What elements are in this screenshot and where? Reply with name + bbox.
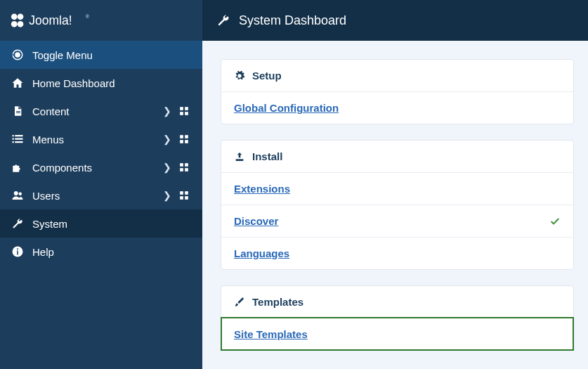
svg-rect-38 <box>236 159 244 161</box>
card-header: Templates <box>221 286 573 318</box>
svg-rect-28 <box>185 168 188 171</box>
gear-icon <box>234 70 245 82</box>
svg-point-0 <box>11 13 18 20</box>
svg-rect-31 <box>180 191 183 195</box>
card-title: Templates <box>252 296 303 308</box>
main: System Dashboard Setup Global Configurat… <box>202 0 588 369</box>
sidebar-item-label: Content <box>32 105 159 117</box>
toggle-icon <box>10 48 25 61</box>
sidebar-item-label: Users <box>32 190 159 202</box>
svg-rect-11 <box>180 107 183 110</box>
svg-rect-12 <box>185 107 188 110</box>
chevron-right-icon: ❯ <box>159 190 176 201</box>
card-title: Install <box>252 150 282 162</box>
sidebar-item-label: Home Dashboard <box>32 77 192 89</box>
svg-rect-21 <box>180 135 183 138</box>
card-link-row: Languages <box>221 237 573 269</box>
upload-icon <box>234 151 245 162</box>
grid-icon[interactable] <box>176 106 192 116</box>
svg-rect-24 <box>185 140 188 143</box>
svg-rect-25 <box>180 163 183 167</box>
sidebar-item-content[interactable]: Content ❯ <box>0 97 202 125</box>
sidebar-item-components[interactable]: Components ❯ <box>0 153 202 181</box>
svg-text:®: ® <box>86 14 90 19</box>
brand[interactable]: Joomla! ® <box>0 0 202 41</box>
card-header: Install <box>221 141 573 172</box>
chevron-right-icon: ❯ <box>159 134 176 145</box>
sidebar-item-system[interactable]: System <box>0 209 202 238</box>
link-global-configuration[interactable]: Global Configuration <box>234 102 339 114</box>
wrench-icon <box>10 217 25 230</box>
content: Setup Global Configuration Install Exten… <box>202 41 588 369</box>
svg-rect-32 <box>185 191 188 195</box>
card-templates: Templates Site Templates <box>221 285 574 351</box>
info-icon <box>10 245 25 258</box>
svg-point-37 <box>17 248 18 250</box>
svg-rect-17 <box>13 138 14 140</box>
joomla-logo-icon: Joomla! ® <box>8 11 121 30</box>
card-link-row: Extensions <box>221 172 573 205</box>
sidebar: Joomla! ® Toggle Menu Home Dashboard <box>0 0 202 369</box>
svg-rect-26 <box>185 163 188 167</box>
svg-rect-13 <box>180 112 183 115</box>
svg-rect-20 <box>15 141 22 143</box>
link-discover[interactable]: Discover <box>234 215 278 227</box>
file-icon <box>10 105 25 117</box>
sidebar-item-label: Components <box>32 162 159 174</box>
sidebar-item-users[interactable]: Users ❯ <box>0 181 202 209</box>
svg-rect-33 <box>180 196 183 200</box>
card-link-row: Global Configuration <box>221 91 573 124</box>
sidebar-item-help[interactable]: Help <box>0 238 202 266</box>
grid-icon[interactable] <box>176 162 192 172</box>
svg-rect-18 <box>15 138 22 140</box>
grid-icon[interactable] <box>176 134 192 144</box>
chevron-right-icon: ❯ <box>159 105 176 117</box>
check-icon <box>549 216 561 227</box>
users-icon <box>10 189 25 202</box>
svg-rect-23 <box>180 140 183 143</box>
wrench-icon <box>216 13 230 27</box>
svg-text:Joomla!: Joomla! <box>29 13 72 27</box>
toggle-menu-label: Toggle Menu <box>32 49 192 61</box>
page-title: System Dashboard <box>239 13 346 28</box>
list-icon <box>10 133 25 145</box>
svg-rect-8 <box>13 54 15 56</box>
card-link-row: Site Templates <box>221 318 573 350</box>
brush-icon <box>234 297 245 308</box>
svg-rect-15 <box>13 135 14 136</box>
link-site-templates[interactable]: Site Templates <box>234 328 308 340</box>
app-layout: Joomla! ® Toggle Menu Home Dashboard <box>0 0 588 369</box>
svg-rect-14 <box>185 112 188 115</box>
sidebar-item-home-dashboard[interactable]: Home Dashboard <box>0 69 202 97</box>
card-title: Setup <box>252 70 282 82</box>
chevron-right-icon: ❯ <box>159 162 176 173</box>
topbar: System Dashboard <box>202 0 588 41</box>
svg-point-29 <box>14 191 18 195</box>
grid-icon[interactable] <box>176 190 192 200</box>
svg-point-30 <box>19 193 22 196</box>
sidebar-item-label: Help <box>32 246 192 258</box>
sidebar-nav: Toggle Menu Home Dashboard Content ❯ <box>0 41 202 369</box>
svg-rect-19 <box>13 141 14 143</box>
svg-rect-10 <box>16 112 20 113</box>
svg-rect-34 <box>185 196 188 200</box>
svg-rect-9 <box>16 111 20 112</box>
svg-point-2 <box>11 21 18 27</box>
card-link-row: Discover <box>221 205 573 237</box>
svg-point-7 <box>15 53 20 57</box>
link-languages[interactable]: Languages <box>234 247 289 259</box>
svg-point-3 <box>18 21 24 27</box>
card-setup: Setup Global Configuration <box>221 59 574 124</box>
svg-point-1 <box>18 13 24 20</box>
toggle-menu[interactable]: Toggle Menu <box>0 41 202 69</box>
sidebar-item-label: Menus <box>32 134 159 145</box>
link-extensions[interactable]: Extensions <box>234 183 290 195</box>
puzzle-icon <box>10 161 25 174</box>
svg-rect-22 <box>185 135 188 138</box>
svg-rect-36 <box>17 251 18 255</box>
sidebar-item-label: System <box>32 218 192 230</box>
svg-rect-16 <box>15 135 22 136</box>
card-install: Install Extensions Discover Languages <box>221 140 574 270</box>
home-icon <box>10 77 25 89</box>
sidebar-item-menus[interactable]: Menus ❯ <box>0 125 202 153</box>
